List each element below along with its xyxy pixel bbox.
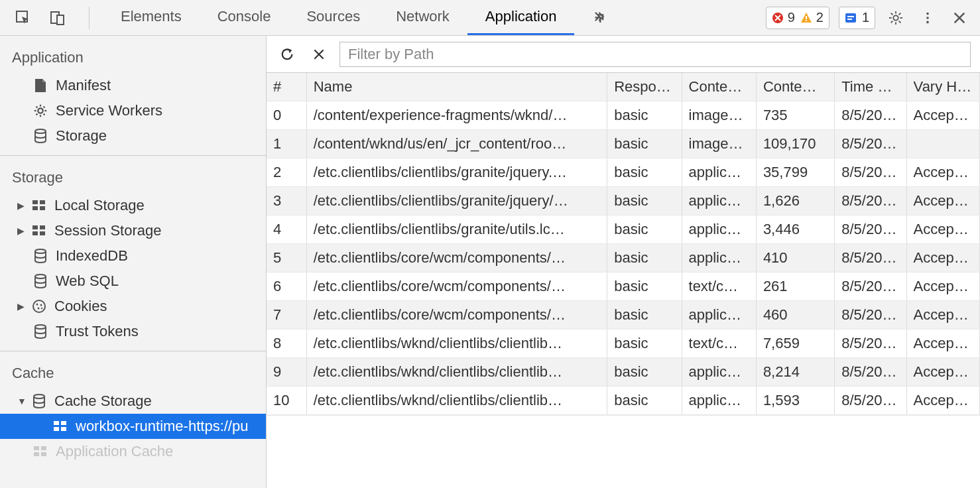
filter-by-path-input[interactable] <box>339 42 971 67</box>
tab-console[interactable]: Console <box>200 0 289 35</box>
cell-response: basic <box>607 358 682 387</box>
svg-line-16 <box>891 21 893 23</box>
table-row[interactable]: 6/etc.clientlibs/core/wcm/components/…ba… <box>267 273 980 301</box>
error-warning-badge[interactable]: 9 2 <box>766 7 829 29</box>
table-row[interactable]: 4/etc.clientlibs/clientlibs/granite/util… <box>267 215 980 244</box>
triangle-down-icon: ▼ <box>17 396 28 406</box>
clear-icon[interactable] <box>308 43 330 66</box>
table-row[interactable]: 5/etc.clientlibs/core/wcm/components/…ba… <box>267 244 980 273</box>
table-row[interactable]: 2/etc.clientlibs/clientlibs/granite/jque… <box>267 158 980 187</box>
cell-time: 8/5/20… <box>835 215 906 244</box>
cell-content-type: applic… <box>682 358 756 387</box>
table-row[interactable]: 3/etc.clientlibs/clientlibs/granite/jque… <box>267 187 980 215</box>
col-header-time[interactable]: Time … <box>835 73 906 101</box>
sidebar-item-label: workbox-runtime-https://pu <box>76 418 248 435</box>
cell-content-length: 735 <box>756 101 834 130</box>
sidebar-item-label: Application Cache <box>56 443 173 460</box>
col-header-response[interactable]: Respo… <box>607 73 682 101</box>
sidebar-item-websql[interactable]: Web SQL <box>0 269 266 294</box>
cell-index: 4 <box>267 215 306 244</box>
sidebar-item-workbox-cache[interactable]: workbox-runtime-https://pu <box>0 414 266 439</box>
kebab-menu-icon[interactable] <box>916 7 939 29</box>
svg-rect-32 <box>40 200 45 204</box>
svg-rect-4 <box>806 16 807 19</box>
cell-content-length: 261 <box>756 273 834 301</box>
sidebar-item-cookies[interactable]: ▶ Cookies <box>0 294 266 319</box>
close-devtools-icon[interactable] <box>948 7 971 29</box>
cell-name: /etc.clientlibs/clientlibs/granite/jquer… <box>306 158 607 187</box>
col-header-vary[interactable]: Vary H… <box>906 73 979 101</box>
cell-content-length: 7,659 <box>756 330 834 358</box>
sidebar-item-application-cache[interactable]: Application Cache <box>0 439 266 464</box>
settings-icon[interactable] <box>885 7 907 29</box>
table-row[interactable]: 8/etc.clientlibs/wknd/clientlibs/clientl… <box>267 330 980 358</box>
sidebar-item-manifest[interactable]: Manifest <box>0 73 266 98</box>
sidebar-item-trust-tokens[interactable]: Trust Tokens <box>0 319 266 344</box>
tab-network[interactable]: Network <box>378 0 467 35</box>
table-row[interactable]: 7/etc.clientlibs/core/wcm/components/…ba… <box>267 301 980 330</box>
sidebar-item-cache-storage[interactable]: ▼ Cache Storage <box>0 389 266 414</box>
cell-content-length: 35,799 <box>756 158 834 187</box>
topbar-right-icons: 9 2 1 <box>766 7 975 29</box>
svg-point-20 <box>926 21 929 23</box>
cell-name: /content/wknd/us/en/_jcr_content/roo… <box>306 130 607 158</box>
inspect-element-icon[interactable] <box>12 7 34 29</box>
issues-count: 1 <box>862 10 869 25</box>
cell-time: 8/5/20… <box>835 158 906 187</box>
svg-point-43 <box>40 304 42 306</box>
cell-time: 8/5/20… <box>835 330 906 358</box>
sidebar-item-session-storage[interactable]: ▶ Session Storage <box>0 218 266 243</box>
cell-content-length: 1,593 <box>756 387 834 415</box>
cell-time: 8/5/20… <box>835 187 906 215</box>
svg-point-47 <box>34 395 44 398</box>
tab-application[interactable]: Application <box>467 0 575 35</box>
warnings-count: 2 <box>816 10 824 25</box>
issues-icon <box>845 12 857 24</box>
cell-vary: Accep… <box>906 273 979 301</box>
cell-content-length: 460 <box>756 301 834 330</box>
cell-time: 8/5/20… <box>835 273 906 301</box>
section-header-storage: Storage <box>0 156 266 193</box>
sidebar-item-storage[interactable]: Storage <box>0 123 266 149</box>
tab-sources[interactable]: Sources <box>288 0 378 35</box>
tab-more-icon[interactable] <box>574 0 625 35</box>
sidebar-item-local-storage[interactable]: ▶ Local Storage <box>0 193 266 218</box>
section-header-application: Application <box>0 36 266 73</box>
table-row[interactable]: 9/etc.clientlibs/wknd/clientlibs/clientl… <box>267 358 980 387</box>
cell-response: basic <box>607 330 682 358</box>
section-header-cache: Cache <box>0 351 266 389</box>
cell-name: /etc.clientlibs/wknd/clientlibs/clientli… <box>306 358 607 387</box>
svg-rect-2 <box>57 15 64 25</box>
issues-badge[interactable]: 1 <box>839 7 875 29</box>
sidebar-item-label: Cookies <box>54 298 107 315</box>
refresh-icon[interactable] <box>276 43 298 66</box>
col-header-content-length[interactable]: Conte… <box>756 73 834 101</box>
cell-content-type: image… <box>682 130 756 158</box>
warning-icon <box>800 12 812 24</box>
errors-count: 9 <box>788 10 795 25</box>
sidebar-item-label: IndexedDB <box>56 247 128 265</box>
cell-time: 8/5/20… <box>835 244 906 273</box>
toggle-device-icon[interactable] <box>46 7 69 29</box>
cell-response: basic <box>607 101 682 130</box>
svg-rect-52 <box>34 446 39 450</box>
cell-index: 10 <box>267 387 306 415</box>
col-header-index[interactable]: # <box>267 73 306 101</box>
cell-response: basic <box>607 187 682 215</box>
col-header-name[interactable]: Name <box>306 73 607 101</box>
col-header-content-type[interactable]: Conte… <box>682 73 756 101</box>
table-row[interactable]: 1/content/wknd/us/en/_jcr_content/roo…ba… <box>267 130 980 158</box>
table-row[interactable]: 10/etc.clientlibs/wknd/clientlibs/client… <box>267 387 980 415</box>
cell-name: /etc.clientlibs/clientlibs/granite/jquer… <box>306 187 607 215</box>
cell-name: /etc.clientlibs/core/wcm/components/… <box>306 273 607 301</box>
svg-line-26 <box>36 107 38 108</box>
svg-rect-35 <box>32 225 38 229</box>
error-icon <box>772 12 784 24</box>
sidebar-item-indexeddb[interactable]: IndexedDB <box>0 243 266 269</box>
cell-time: 8/5/20… <box>835 301 906 330</box>
sidebar-item-service-workers[interactable]: Service Workers <box>0 98 266 123</box>
table-row[interactable]: 0/content/experience-fragments/wknd/…bas… <box>267 101 980 130</box>
table-icon <box>52 420 69 432</box>
cell-content-length: 8,214 <box>756 358 834 387</box>
tab-elements[interactable]: Elements <box>103 0 200 35</box>
